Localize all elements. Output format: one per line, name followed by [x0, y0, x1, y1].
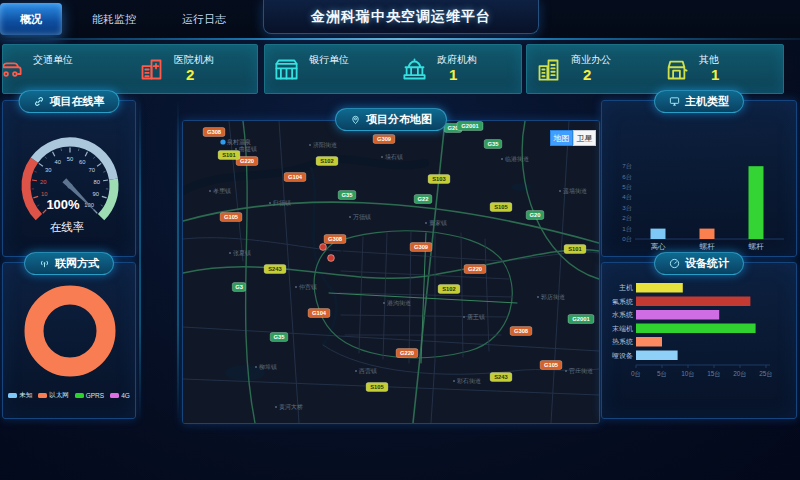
svg-text:S105: S105: [494, 204, 508, 210]
legend-item-2[interactable]: GPRS: [75, 391, 104, 400]
stat-label: 政府机构: [437, 54, 477, 65]
svg-text:20台: 20台: [733, 370, 747, 378]
network-donut-chart: [3, 279, 137, 383]
panel-map-title: 项目分布地图: [335, 108, 447, 131]
header-tab-0[interactable]: 概况: [0, 3, 62, 35]
project-distribution-map[interactable]: 曲堤镇济阳街道垛石镇临港街道孝里镇归德镇万德镇董家镇遥墙街道张夏镇仲宫镇港沟街道…: [183, 121, 599, 423]
road-badge: G22: [414, 195, 432, 204]
svg-text:6台: 6台: [622, 173, 632, 181]
svg-text:G104: G104: [288, 174, 303, 180]
map-control-satellite[interactable]: 卫星: [573, 130, 596, 146]
svg-text:G2001: G2001: [461, 123, 479, 129]
panel-host-type: 主机类型 0台1台2台3台4台5台6台7台离心螺杆螺杆: [601, 100, 797, 257]
svg-text:S243: S243: [494, 374, 508, 380]
svg-text:董家镇: 董家镇: [429, 219, 447, 226]
svg-text:螺杆: 螺杆: [749, 242, 765, 251]
svg-text:G309: G309: [414, 244, 429, 250]
stat-label: 其他: [699, 54, 719, 65]
stat-item-1-1: 政府机构1: [393, 45, 521, 93]
hospital-icon: [138, 56, 165, 83]
monitor-icon: [669, 96, 680, 107]
stat-item-0-1: 医院机构2: [130, 45, 257, 93]
road-badge: S101: [218, 151, 240, 160]
road-badge: G308: [203, 128, 225, 137]
legend-swatch: [8, 393, 17, 398]
panel-title-text: 主机类型: [685, 94, 729, 109]
svg-text:氟系统: 氟系统: [612, 298, 633, 306]
road-badge: G35: [270, 333, 288, 342]
svg-text:G220: G220: [400, 350, 414, 356]
svg-text:G308: G308: [514, 328, 529, 334]
svg-text:1台: 1台: [622, 225, 632, 233]
svg-text:G220: G220: [240, 158, 254, 164]
map-control-map[interactable]: 地图: [550, 130, 573, 146]
svg-text:70: 70: [89, 167, 95, 173]
svg-text:80: 80: [93, 179, 99, 185]
legend-item-3[interactable]: 4G: [110, 391, 130, 400]
svg-text:主机: 主机: [619, 283, 633, 292]
svg-text:G105: G105: [544, 362, 559, 368]
svg-text:G308: G308: [207, 129, 222, 135]
project-marker[interactable]: [328, 255, 335, 262]
panel-device-stats: 设备统计 主机氟系统水系统末端机热系统哑设备0台5台10台15台20台25台: [601, 262, 797, 419]
road-badge: S103: [428, 175, 450, 184]
government-icon: [401, 56, 428, 83]
device-stats-bar-chart: 主机氟系统水系统末端机热系统哑设备0台5台10台15台20台25台: [602, 277, 794, 415]
road-badge: G3: [232, 283, 245, 292]
svg-text:G104: G104: [312, 310, 327, 316]
panel-host-title: 主机类型: [654, 90, 744, 113]
link-icon: [34, 96, 45, 107]
road-badge: S101: [564, 245, 586, 254]
stat-label: 医院机构: [174, 54, 214, 65]
bank-icon: [273, 56, 300, 83]
road-badge: G105: [540, 361, 562, 370]
header-tab-2[interactable]: 运行日志: [166, 0, 242, 38]
road-badge: G35: [484, 140, 502, 149]
road-badge: G104: [308, 309, 330, 318]
svg-text:G35: G35: [488, 141, 500, 147]
stat-item-1-0: 银行单位: [265, 45, 393, 93]
svg-text:遥墙街道: 遥墙街道: [563, 187, 587, 195]
stat-value: [45, 67, 73, 84]
stats-icon: [669, 258, 680, 269]
gauge-label: 在线率: [50, 221, 85, 233]
svg-text:S243: S243: [268, 266, 282, 272]
stat-text: 银行单位: [309, 54, 349, 84]
road-badge: G2001: [457, 122, 483, 131]
panel-device-title: 设备统计: [654, 252, 744, 275]
road-badge: S102: [316, 157, 338, 166]
panel-title-text: 设备统计: [685, 256, 729, 271]
svg-text:热系统: 热系统: [612, 338, 633, 346]
road-badge: S105: [366, 383, 388, 392]
svg-text:0台: 0台: [622, 235, 632, 243]
header-tab-1[interactable]: 能耗监控: [76, 0, 152, 38]
legend-label: 4G: [121, 392, 130, 399]
road-badge: G308: [510, 327, 532, 336]
stat-value: 1: [711, 67, 719, 84]
svg-text:港沟街道: 港沟街道: [387, 300, 411, 307]
svg-text:离心: 离心: [651, 242, 667, 251]
project-marker[interactable]: [320, 244, 327, 251]
svg-text:20: 20: [40, 179, 46, 185]
panel-title-text: 项目分布地图: [366, 112, 432, 127]
svg-text:官庄街道: 官庄街道: [569, 367, 593, 375]
divider-glow-left-2: [177, 100, 179, 420]
svg-text:G20: G20: [530, 212, 541, 218]
stat-text: 商业办公2: [571, 54, 611, 84]
office-icon: [535, 56, 562, 83]
stat-card-group-2: 商业办公2其他1: [526, 44, 784, 94]
road-badge: S243: [490, 373, 512, 382]
road-badge: G309: [373, 135, 395, 144]
legend-item-1[interactable]: 以太网: [38, 391, 69, 400]
stat-label: 银行单位: [309, 54, 349, 65]
svg-text:2台: 2台: [622, 214, 632, 222]
road-badge: G35: [338, 191, 356, 200]
svg-text:G3: G3: [235, 284, 244, 290]
stat-card-group-0: 交通单位医院机构2: [2, 44, 258, 94]
antenna-icon: [39, 258, 50, 269]
legend-label: GPRS: [86, 392, 104, 399]
legend-item-0[interactable]: 未知: [8, 391, 32, 400]
svg-text:唐王镇: 唐王镇: [467, 313, 485, 321]
road-badge: G309: [410, 243, 432, 252]
svg-text:G308: G308: [328, 236, 343, 242]
